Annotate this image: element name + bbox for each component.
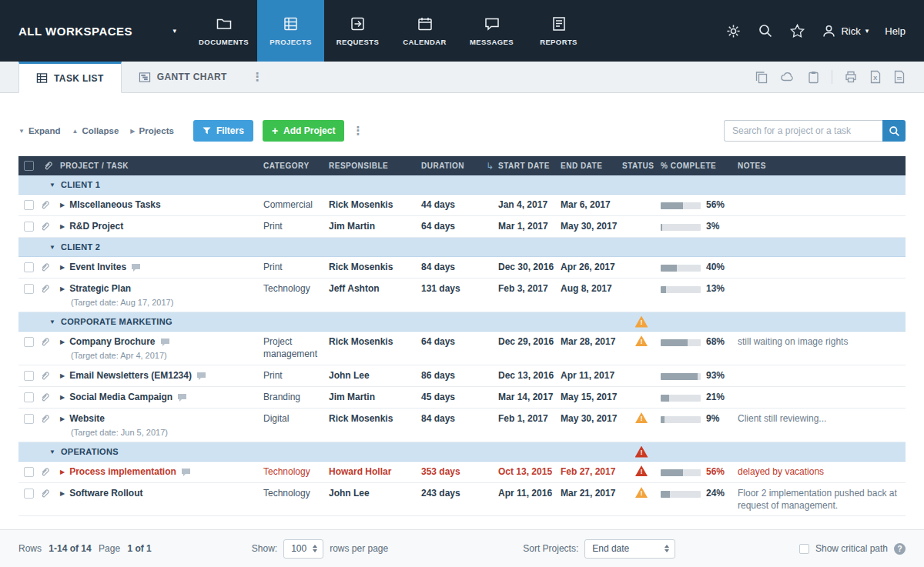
table-row[interactable]: ▶ Event Invites Print Rick Mosenkis 84 d… — [18, 257, 906, 278]
row-checkbox[interactable] — [24, 467, 34, 477]
clipboard-icon[interactable] — [806, 70, 820, 84]
expand-row-icon[interactable]: ▶ — [60, 261, 65, 274]
nav-item-reports[interactable]: REPORTS — [525, 0, 592, 62]
filters-button[interactable]: Filters — [193, 120, 253, 142]
row-checkbox[interactable] — [24, 392, 34, 402]
attachment-icon[interactable] — [38, 261, 57, 273]
excel-export-icon[interactable]: X — [869, 70, 882, 84]
comment-icon[interactable] — [131, 263, 141, 272]
attachment-icon[interactable] — [38, 282, 57, 295]
task-name[interactable]: Strategic Plan — [69, 282, 131, 295]
nav-item-messages[interactable]: MESSAGES — [458, 0, 525, 62]
row-checkbox[interactable] — [24, 284, 34, 294]
column-header-pct[interactable]: % COMPLETE — [661, 162, 738, 170]
help-link[interactable]: Help — [885, 25, 906, 37]
show-critical-path-checkbox[interactable] — [799, 544, 809, 554]
task-name[interactable]: Software Rollout — [69, 487, 142, 500]
attachment-icon[interactable] — [38, 369, 57, 382]
table-row[interactable]: ▶ MIscellaneous Tasks Commercial Rick Mo… — [18, 195, 906, 216]
add-project-button[interactable]: + Add Project — [263, 120, 345, 142]
column-header-end[interactable]: END DATE — [561, 162, 622, 170]
expand-row-icon[interactable]: ▶ — [60, 198, 65, 212]
table-row[interactable]: ▶ Strategic Plan (Target date: Aug 17, 2… — [18, 278, 906, 312]
toolbar-overflow-menu-icon[interactable]: ⋮ — [344, 124, 371, 138]
table-row[interactable]: ▶ R&D Project Print Jim Martin 64 days M… — [18, 216, 906, 238]
attachment-icon[interactable] — [38, 335, 57, 348]
projects-link[interactable]: ▶ Projects — [130, 126, 174, 135]
search-submit-button[interactable] — [882, 120, 906, 142]
row-checkbox[interactable] — [24, 337, 34, 347]
column-header-notes[interactable]: NOTES — [738, 162, 906, 170]
task-name[interactable]: Website — [69, 412, 105, 425]
column-header-start[interactable]: START DATE — [498, 162, 561, 170]
indent-sort-icon[interactable]: ↳ — [481, 161, 498, 172]
collapse-group-icon[interactable]: ▼ — [49, 319, 55, 325]
column-header-responsible[interactable]: RESPONSIBLE — [329, 162, 421, 170]
search-input[interactable] — [724, 120, 882, 142]
column-header-category[interactable]: CATEGORY — [263, 162, 329, 170]
task-name[interactable]: Company Brochure — [69, 335, 155, 349]
task-name[interactable]: R&D Project — [69, 220, 123, 233]
nav-item-calendar[interactable]: CALENDAR — [391, 0, 458, 62]
tab-overflow-menu-icon[interactable]: ⋮ — [244, 70, 271, 84]
attachment-icon[interactable] — [38, 220, 57, 232]
attachment-icon[interactable] — [38, 465, 57, 478]
row-checkbox[interactable] — [24, 262, 34, 272]
expand-row-icon[interactable]: ▶ — [60, 369, 65, 382]
expand-row-icon[interactable]: ▶ — [60, 335, 65, 349]
expand-row-icon[interactable]: ▶ — [60, 220, 65, 233]
comment-icon[interactable] — [181, 468, 191, 477]
search-icon[interactable] — [758, 23, 773, 38]
group-row[interactable]: ▼ OPERATIONS ! — [18, 442, 906, 462]
workspace-selector[interactable]: ALL WORKSPACES ▾ — [0, 0, 190, 62]
expand-row-icon[interactable]: ▶ — [60, 391, 65, 404]
sync-icon[interactable] — [780, 70, 795, 84]
collapse-group-icon[interactable]: ▼ — [49, 244, 55, 251]
task-name[interactable]: MIscellaneous Tasks — [69, 198, 161, 212]
gear-icon[interactable] — [725, 23, 742, 39]
duplicate-icon[interactable] — [755, 70, 768, 84]
star-icon[interactable] — [789, 23, 805, 39]
row-checkbox[interactable] — [24, 371, 34, 381]
nav-item-documents[interactable]: DOCUMENTS — [190, 0, 257, 62]
expand-row-icon[interactable]: ▶ — [60, 487, 65, 500]
row-checkbox[interactable] — [24, 200, 34, 210]
comment-icon[interactable] — [196, 372, 206, 381]
nav-item-requests[interactable]: REQUESTS — [324, 0, 391, 62]
attachment-icon[interactable] — [38, 412, 57, 425]
task-name[interactable]: Email Newsletters (EM1234) — [69, 369, 192, 382]
attachment-icon[interactable] — [38, 198, 57, 211]
collapse-group-icon[interactable]: ▼ — [49, 449, 55, 455]
group-row[interactable]: ▼ CLIENT 2 ! — [18, 238, 906, 257]
table-row[interactable]: ▶ Social Media Campaign Branding Jim Mar… — [18, 387, 906, 409]
help-question-icon[interactable]: ? — [894, 543, 906, 555]
rows-per-page-select[interactable]: 100 — [283, 539, 323, 559]
pdf-export-icon[interactable] — [893, 70, 906, 84]
column-header-status[interactable]: STATUS — [622, 162, 661, 170]
nav-item-projects[interactable]: PROJECTS — [257, 0, 324, 62]
table-row[interactable]: ▶ Email Newsletters (EM1234) Print John … — [18, 365, 906, 387]
group-row[interactable]: ▼ CLIENT 1 ! — [18, 175, 906, 195]
attachment-icon[interactable] — [38, 487, 57, 499]
column-header-project[interactable]: PROJECT / TASK — [57, 162, 263, 170]
table-row[interactable]: ▶ Company Brochure (Target date: Apr 4, … — [18, 332, 906, 365]
comment-icon[interactable] — [160, 338, 170, 347]
collapse-group-icon[interactable]: ▼ — [49, 182, 55, 188]
sort-projects-select[interactable]: End date — [584, 539, 675, 559]
expand-all-link[interactable]: ▼ Expand — [18, 126, 60, 135]
task-name[interactable]: Social Media Campaign — [69, 391, 172, 404]
print-icon[interactable] — [844, 70, 858, 84]
comment-icon[interactable] — [177, 393, 187, 402]
tab-gantt-chart[interactable]: GANTT CHART — [122, 62, 244, 92]
table-row[interactable]: ▶ Software Rollout Technology John Lee 2… — [18, 483, 906, 516]
expand-row-icon[interactable]: ▶ — [60, 465, 65, 479]
user-menu[interactable]: Rick ▾ — [822, 24, 869, 38]
column-header-duration[interactable]: DURATION — [421, 162, 481, 170]
group-row[interactable]: ▼ CORPORATE MARKETING ! — [18, 312, 906, 332]
row-checkbox[interactable] — [24, 489, 34, 499]
tab-task-list[interactable]: TASK LIST — [18, 62, 122, 93]
task-name[interactable]: Event Invites — [69, 261, 126, 274]
task-name[interactable]: Process implementation — [69, 465, 176, 479]
table-row[interactable]: ▶ Website (Target date: Jun 5, 2017) Dig… — [18, 409, 906, 442]
select-all-checkbox[interactable] — [24, 161, 34, 171]
